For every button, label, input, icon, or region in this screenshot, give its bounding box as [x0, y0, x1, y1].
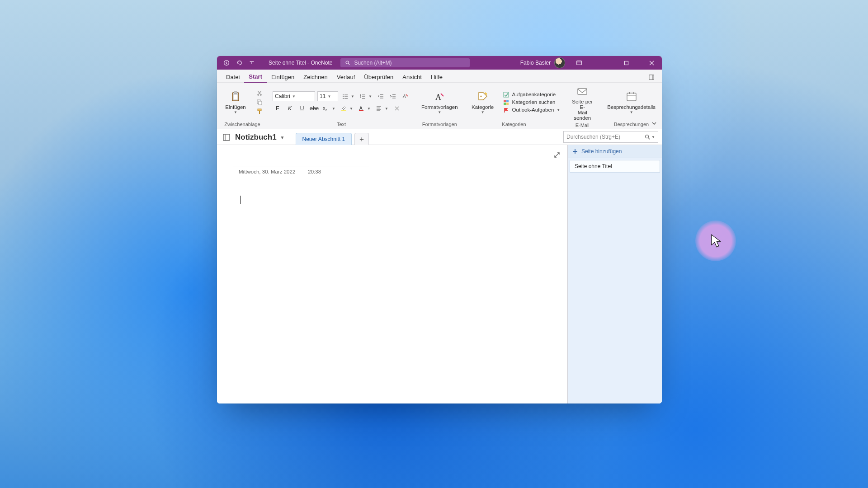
paste-icon — [229, 90, 242, 103]
format-painter-button[interactable] — [255, 108, 264, 115]
chevron-down-icon: ▼ — [481, 110, 485, 114]
font-color-icon: A — [358, 105, 364, 112]
group-label-email: E-Mail — [576, 122, 590, 128]
desktop-wallpaper: Seite ohne Titel - OneNote Suchen (Alt+M… — [0, 0, 868, 488]
tab-uberprufen[interactable]: Überprüfen — [359, 71, 398, 82]
notebook-picker[interactable]: Notizbuch1 ▼ — [221, 131, 289, 145]
svg-rect-32 — [629, 92, 630, 94]
titlebar-search[interactable]: Suchen (Alt+M) — [340, 58, 470, 67]
italic-button[interactable]: K — [285, 104, 295, 113]
numbered-list-icon: 12 — [359, 93, 366, 99]
numbered-list-button[interactable]: 12▼ — [358, 92, 373, 101]
outdent-icon — [377, 93, 384, 99]
svg-point-1 — [346, 61, 349, 64]
clear-formatting-button[interactable]: A — [400, 92, 410, 101]
group-text: Calibri▼ 11▼ ▼ 12▼ — [268, 83, 415, 129]
bullet-list-button[interactable]: ▼ — [340, 92, 356, 101]
group-label-tags: Kategorien — [502, 120, 526, 128]
ribbon-collapse-button[interactable] — [650, 120, 658, 127]
maximize-button[interactable] — [616, 56, 637, 70]
indent-icon — [390, 93, 396, 99]
highlight-button[interactable]: ▼ — [339, 104, 354, 113]
svg-rect-2 — [577, 61, 582, 65]
group-tags: Kategorie ▼ Aufgabenkategorie Kategorien… — [464, 83, 564, 129]
paste-button[interactable]: Einfügen ▼ — [221, 89, 250, 115]
svg-rect-31 — [627, 93, 636, 101]
close-button[interactable] — [641, 56, 662, 70]
svg-text:2: 2 — [360, 96, 361, 99]
window-title: Seite ohne Titel - OneNote — [269, 60, 332, 66]
tab-einfugen[interactable]: Einfügen — [267, 71, 299, 82]
tab-hilfe[interactable]: Hilfe — [426, 71, 447, 82]
copy-button[interactable] — [255, 99, 264, 106]
search-icon — [644, 134, 651, 140]
tab-ansicht[interactable]: Ansicht — [398, 71, 426, 82]
align-button[interactable]: ▼ — [374, 104, 390, 113]
cut-button[interactable] — [255, 89, 264, 97]
account-button[interactable]: Fabio Basler — [520, 57, 565, 68]
section-tab[interactable]: Neuer Abschnitt 1 — [296, 133, 352, 145]
group-label-styles: Formatvorlagen — [422, 120, 457, 128]
indent-button[interactable] — [388, 92, 398, 101]
email-page-button[interactable]: Seite per E-Mail senden — [567, 84, 597, 122]
page-canvas[interactable]: Mittwoch, 30. März 2022 20:38 — [217, 145, 567, 404]
add-section-button[interactable]: ＋ — [354, 133, 369, 145]
delete-button[interactable] — [392, 104, 402, 113]
email-icon — [576, 85, 589, 98]
tab-datei[interactable]: Datei — [222, 71, 244, 82]
svg-point-35 — [646, 135, 649, 138]
fullscreen-button[interactable] — [552, 150, 561, 160]
tag-action-todo[interactable]: Aufgabenkategorie — [503, 91, 561, 98]
svg-rect-27 — [506, 100, 509, 102]
outlook-flag-icon — [503, 107, 509, 113]
font-color-button[interactable]: A▼ — [357, 104, 372, 113]
checkbox-icon — [503, 91, 509, 98]
svg-rect-11 — [259, 101, 262, 105]
svg-rect-29 — [506, 103, 509, 105]
find-tags-icon — [503, 99, 509, 105]
tag-button[interactable]: Kategorie ▼ — [468, 89, 498, 115]
svg-rect-26 — [504, 100, 506, 102]
svg-rect-6 — [234, 92, 237, 94]
meeting-details-button[interactable]: Besprechungsdetails ▼ — [604, 89, 658, 115]
ribbon-mode-button[interactable] — [572, 58, 586, 68]
font-size-combo[interactable]: 11▼ — [317, 91, 338, 101]
qat-customize-button[interactable] — [247, 58, 257, 68]
cut-icon — [256, 90, 263, 96]
styles-button[interactable]: A Formatvorlagen ▼ — [419, 89, 461, 115]
strikethrough-button[interactable]: abc — [309, 104, 319, 113]
outdent-button[interactable] — [376, 92, 386, 101]
font-name-combo[interactable]: Calibri▼ — [273, 91, 315, 101]
collapse-pane-button[interactable] — [646, 72, 657, 82]
page-date: Mittwoch, 30. März 2022 — [239, 169, 295, 174]
page-list-item[interactable]: Seite ohne Titel — [570, 160, 660, 173]
notebook-search-placeholder: Durchsuchen (Strg+E) — [566, 134, 620, 140]
cursor-highlight — [695, 221, 736, 261]
notebook-search[interactable]: Durchsuchen (Strg+E) ▼ — [563, 131, 658, 143]
chevron-down-icon: ▼ — [630, 110, 633, 114]
undo-button[interactable] — [234, 58, 244, 68]
group-styles: A Formatvorlagen ▼ Formatvorlagen — [415, 83, 464, 129]
chevron-down-icon: ▼ — [280, 135, 285, 140]
bold-button[interactable]: F — [273, 104, 283, 113]
add-page-button[interactable]: Seite hinzufügen — [568, 145, 662, 158]
group-email: Seite per E-Mail senden E-Mail — [564, 83, 601, 129]
svg-rect-34 — [223, 134, 230, 141]
chevron-down-icon: ▼ — [234, 110, 237, 114]
title-bar: Seite ohne Titel - OneNote Suchen (Alt+M… — [217, 56, 662, 70]
tab-verlauf[interactable]: Verlauf — [332, 71, 359, 82]
group-label-clipboard: Zwischenablage — [224, 120, 260, 128]
tag-action-find[interactable]: Kategorien suchen — [503, 99, 561, 105]
tab-zeichnen[interactable]: Zeichnen — [299, 71, 332, 82]
tag-action-outlook[interactable]: Outlook-Aufgaben ▼ — [503, 107, 561, 113]
tag-icon — [476, 90, 489, 103]
subscript-button[interactable]: x2▼ — [321, 104, 337, 113]
page-title-input[interactable] — [233, 158, 369, 166]
tab-start[interactable]: Start — [244, 70, 267, 83]
svg-rect-22 — [359, 110, 363, 111]
nav-back-button[interactable] — [222, 58, 231, 68]
underline-button[interactable]: U — [297, 104, 307, 113]
svg-rect-30 — [578, 89, 587, 94]
page-title-area[interactable]: Mittwoch, 30. März 2022 20:38 — [233, 158, 369, 174]
minimize-button[interactable] — [590, 56, 611, 70]
